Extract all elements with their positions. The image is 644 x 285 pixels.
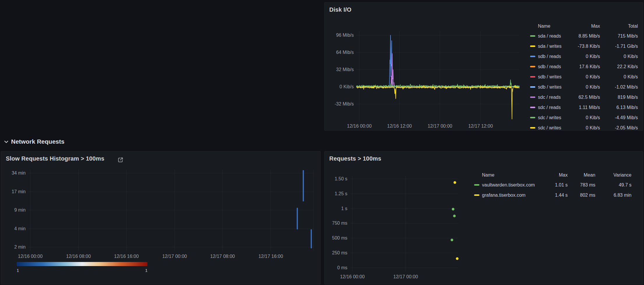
panel-title-disk-io[interactable]: Disk I/O bbox=[329, 6, 351, 13]
legend-value: 0 Kib/s bbox=[566, 115, 600, 120]
series-color-swatch bbox=[530, 66, 535, 67]
y-axis-label: 0 ms bbox=[325, 265, 347, 270]
legend-header: NameMaxMeanVariance bbox=[474, 170, 631, 180]
scatter-point[interactable] bbox=[453, 215, 456, 217]
legend-row[interactable]: sda / writes-73.8 Kib/s-1.71 Gib/s bbox=[530, 41, 638, 51]
legend-value: 22.2 Kib/s bbox=[600, 64, 638, 69]
legend-row[interactable]: sdb / writes0 Kib/s0 Kib/s bbox=[530, 72, 638, 82]
legend-row[interactable]: sda / reads8.85 Mib/s715 Mib/s bbox=[530, 31, 638, 41]
legend-row[interactable]: sdc / reads1.11 Mib/s6.13 Mib/s bbox=[530, 102, 638, 112]
legend-col-name[interactable]: Name bbox=[530, 24, 566, 29]
x-axis-label: 12/17 00:00 bbox=[393, 274, 418, 279]
slow-requests-heatmap[interactable] bbox=[28, 170, 314, 251]
panel-title-requests[interactable]: Requests > 100ms bbox=[329, 155, 381, 162]
x-axis-label: 12/16 00:00 bbox=[18, 254, 43, 259]
y-axis-label: 500 ms bbox=[325, 235, 347, 241]
heatmap-color-scale bbox=[17, 262, 147, 266]
legend-row[interactable]: sdb / writes0 Kib/s-1.02 Mib/s bbox=[530, 82, 638, 92]
legend-value: -1.71 Gib/s bbox=[600, 44, 638, 49]
x-axis-label: 12/16 12:00 bbox=[387, 124, 412, 129]
disk-io-chart[interactable] bbox=[356, 31, 520, 122]
legend-series-name: sdb / reads bbox=[530, 64, 566, 69]
legend-value: 62.5 Mib/s bbox=[566, 95, 600, 100]
legend-value: 819 Mib/s bbox=[600, 95, 638, 100]
legend-col-name[interactable]: Name bbox=[474, 173, 541, 178]
legend-value: -73.8 Kib/s bbox=[566, 44, 600, 49]
legend-series-name: sdc / writes bbox=[530, 115, 566, 120]
legend-value: -4.49 Mib/s bbox=[600, 115, 638, 120]
legend-row[interactable]: sdb / reads0 Kib/s0 Kib/s bbox=[530, 51, 638, 61]
legend-value: 0 Kib/s bbox=[600, 74, 638, 80]
series-color-swatch bbox=[530, 45, 535, 47]
scatter-point[interactable] bbox=[451, 239, 453, 241]
series-color-swatch bbox=[530, 127, 535, 129]
legend-row[interactable]: sdc / writes0 Kib/s-2.05 Mib/s bbox=[530, 123, 638, 131]
panel-title-slow-requests[interactable]: Slow Requests Histogram > 100ms bbox=[6, 155, 104, 162]
legend-series-name: sdc / reads bbox=[530, 95, 566, 100]
x-axis-label: 12/17 00:00 bbox=[427, 124, 452, 129]
y-axis-label: -32 Mib/s bbox=[325, 101, 354, 107]
scatter-point[interactable] bbox=[452, 208, 454, 210]
y-axis-label: 0 Kib/s bbox=[325, 84, 354, 89]
x-axis-label: 12/17 16:00 bbox=[258, 254, 283, 259]
scale-max-label: 1 bbox=[145, 268, 147, 273]
legend-col-total[interactable]: Total bbox=[600, 24, 638, 29]
series-line-sdb-reads bbox=[356, 35, 520, 87]
legend-series-name: grafana.tiserbox.com bbox=[474, 193, 541, 198]
legend-row[interactable]: sdc / writes0 Kib/s-4.49 Mib/s bbox=[530, 112, 638, 123]
heatmap-cell[interactable] bbox=[297, 208, 298, 229]
x-axis-label: 12/17 08:00 bbox=[210, 254, 235, 259]
series-color-swatch bbox=[474, 184, 479, 186]
legend-value: 1.44 s bbox=[541, 193, 568, 198]
legend-value: -1.02 Mib/s bbox=[600, 85, 638, 90]
y-axis-label: 250 ms bbox=[325, 250, 347, 256]
legend-row[interactable]: grafana.tiserbox.com1.44 s802 ms6.83 min bbox=[474, 190, 631, 200]
legend-row[interactable]: sdc / reads62.5 Mib/s819 Mib/s bbox=[530, 92, 638, 102]
legend-series-name: sda / writes bbox=[530, 44, 566, 49]
legend-value: 0 Kib/s bbox=[600, 54, 638, 59]
series-color-swatch bbox=[530, 107, 535, 108]
y-axis-label: 32 Mib/s bbox=[325, 67, 354, 72]
legend-value: 802 ms bbox=[568, 193, 595, 198]
requests-chart[interactable] bbox=[350, 176, 458, 271]
row-toggle-network-requests[interactable]: Network Requests bbox=[3, 138, 64, 145]
legend-series-name: sdc / reads bbox=[530, 105, 566, 110]
legend-col-max[interactable]: Max bbox=[541, 173, 568, 178]
legend-col-mean[interactable]: Mean bbox=[568, 173, 595, 178]
series-color-swatch bbox=[530, 96, 535, 98]
heatmap-cell[interactable] bbox=[311, 229, 312, 248]
requests-panel: Requests > 100ms 1.50 s1.25 s1 s750 ms50… bbox=[324, 151, 643, 284]
legend-value: 6.13 Mib/s bbox=[600, 105, 638, 110]
legend-series-name: sdb / writes bbox=[530, 74, 566, 80]
y-axis-label: 96 Mib/s bbox=[325, 33, 354, 38]
x-axis-label: 12/16 16:00 bbox=[114, 254, 139, 259]
x-axis-label: 12/16 08:00 bbox=[66, 254, 91, 259]
section-title: Network Requests bbox=[11, 138, 64, 145]
legend-row[interactable]: sdb / reads17.6 Kib/s22.2 Kib/s bbox=[530, 61, 638, 72]
legend-value: 6.83 min bbox=[595, 193, 631, 198]
x-axis-label: 12/16 00:00 bbox=[340, 274, 365, 279]
legend-value: 8.85 Mib/s bbox=[566, 34, 600, 39]
legend-series-name: sda / reads bbox=[530, 34, 566, 39]
legend-value: 0 Kib/s bbox=[566, 85, 600, 90]
legend-col-variance[interactable]: Variance bbox=[595, 173, 631, 178]
legend-value: 1.11 Mib/s bbox=[566, 105, 600, 110]
series-color-swatch bbox=[530, 56, 535, 57]
heatmap-cell[interactable] bbox=[303, 170, 304, 201]
y-axis-label: 34 min bbox=[1, 170, 26, 176]
scatter-point[interactable] bbox=[456, 257, 459, 260]
legend-series-name: sdb / reads bbox=[530, 54, 566, 59]
x-axis-label: 12/17 12:00 bbox=[468, 124, 493, 129]
legend-value: 0 Kib/s bbox=[566, 74, 600, 80]
y-axis-label: 1 s bbox=[325, 206, 347, 211]
legend-value: 17.6 Kib/s bbox=[566, 64, 600, 69]
series-color-swatch bbox=[530, 35, 535, 37]
series-color-swatch bbox=[530, 76, 535, 78]
y-axis-label: 2 min bbox=[1, 244, 26, 250]
legend-col-max[interactable]: Max bbox=[566, 24, 600, 29]
legend-row[interactable]: vaultwarden.tiserbox.com1.01 s783 ms49.7… bbox=[474, 180, 631, 190]
scale-min-label: 1 bbox=[17, 268, 19, 273]
legend: NameMaxMeanVariancevaultwarden.tiserbox.… bbox=[474, 170, 631, 200]
external-link-icon[interactable] bbox=[117, 157, 124, 163]
scatter-point[interactable] bbox=[453, 181, 456, 184]
